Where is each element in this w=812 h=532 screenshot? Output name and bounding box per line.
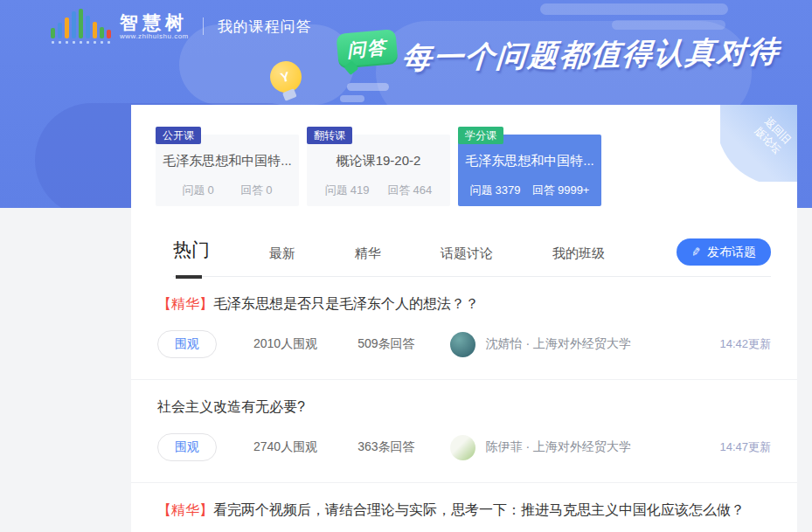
stripe-shape [340, 95, 364, 102]
question-title[interactable]: 社会主义改造有无必要? [157, 398, 771, 417]
course-stats: 问题0 回答0 [156, 183, 299, 198]
reply-count: 509条回答 [357, 336, 414, 352]
tab-hot[interactable]: 热门 [173, 238, 210, 262]
tab-topics[interactable]: 话题讨论 [441, 245, 493, 262]
reply-count: 363条回答 [357, 439, 414, 455]
question-count: 问题3379 [470, 183, 521, 198]
header-divider [203, 17, 204, 35]
course-type-badge: 学分课 [458, 127, 503, 144]
banner-slogan: 每一个问题都值得认真对待 [400, 31, 781, 79]
question-row: 社会主义改造有无必要? 围观 2740人围观 363条回答 陈伊菲 · 上海对外… [131, 380, 797, 483]
logo-bars-icon [51, 9, 111, 44]
stripe-shape [347, 83, 389, 91]
question-meta: 围观 2740人围观 363条回答 陈伊菲 · 上海对外经贸大学 14:47更新 [157, 433, 771, 461]
course-card-credit-selected[interactable]: 学分课 毛泽东思想和中国特... 问题3379 回答9999+ [458, 135, 601, 206]
answer-count: 回答9999+ [532, 183, 590, 198]
featured-tag: 【精华】 [157, 296, 213, 311]
main-content-card: 返回旧版论坛 公开课 毛泽东思想和中国特... 问题0 回答0 翻转课 概论课1… [131, 105, 797, 532]
course-type-badge: 翻转课 [307, 127, 352, 144]
question-count: 问题0 [183, 183, 214, 198]
page-title: 我的课程问答 [218, 17, 312, 37]
course-title: 毛泽东思想和中国特... [458, 153, 601, 169]
question-title[interactable]: 【精华】看完两个视频后，请结合理论与实际，思考一下：推进马克思主义中国化应该怎么… [157, 501, 771, 520]
watch-button[interactable]: 围观 [157, 330, 217, 358]
course-stats: 问题3379 回答9999+ [458, 183, 601, 198]
course-card-public[interactable]: 公开课 毛泽东思想和中国特... 问题0 回答0 [156, 135, 299, 206]
updated-time: 14:42更新 [719, 336, 771, 352]
brand-name: 智慧树 [120, 12, 189, 32]
zhihuishu-logo[interactable]: 智慧树 www.zhihuishu.com 我的课程问答 [51, 9, 312, 44]
pencil-icon: ✎ [691, 245, 702, 259]
author-school: 陈伊菲 · 上海对外经贸大学 [486, 439, 631, 455]
course-card-list: 公开课 毛泽东思想和中国特... 问题0 回答0 翻转课 概论课19-20-2 … [156, 135, 797, 206]
avatar[interactable] [450, 332, 475, 357]
question-list: 【精华】毛泽东思想是否只是毛泽东个人的想法？？ 围观 2010人围观 509条回… [131, 277, 797, 532]
avatar[interactable] [450, 435, 475, 460]
watcher-count: 2010人围观 [253, 336, 317, 352]
course-type-badge: 公开课 [156, 127, 201, 144]
question-title[interactable]: 【精华】毛泽东思想是否只是毛泽东个人的想法？？ [157, 295, 771, 314]
answer-count: 回答464 [387, 183, 432, 198]
answer-count: 回答0 [240, 183, 272, 198]
tab-featured[interactable]: 精华 [355, 245, 381, 262]
author-school: 沈婧怡 · 上海对外经贸大学 [486, 336, 631, 352]
course-stats: 问题419 回答464 [307, 183, 450, 198]
stripe-shape [612, 20, 725, 30]
stripe-shape [540, 3, 728, 15]
back-to-old-forum-ribbon[interactable]: 返回旧版论坛 [720, 105, 797, 182]
publish-topic-button[interactable]: ✎ 发布话题 [677, 238, 771, 266]
question-count: 问题419 [325, 183, 370, 198]
watcher-count: 2740人围观 [253, 439, 317, 455]
course-title: 概论课19-20-2 [307, 153, 450, 169]
course-title: 毛泽东思想和中国特... [156, 153, 299, 169]
updated-time: 14:47更新 [719, 439, 771, 455]
publish-topic-label: 发布话题 [707, 245, 756, 260]
course-card-flipped[interactable]: 翻转课 概论课19-20-2 问题419 回答464 [307, 135, 450, 206]
question-row: 【精华】看完两个视频后，请结合理论与实际，思考一下：推进马克思主义中国化应该怎么… [131, 483, 797, 532]
question-meta: 围观 2010人围观 509条回答 沈婧怡 · 上海对外经贸大学 14:42更新 [157, 330, 771, 358]
tab-my-class[interactable]: 我的班级 [552, 245, 605, 262]
tab-newest[interactable]: 最新 [269, 245, 295, 262]
qa-speech-bubble-badge: 问答 [336, 29, 398, 69]
watch-button[interactable]: 围观 [157, 433, 217, 461]
featured-tag: 【精华】 [157, 502, 213, 517]
brand-site-url: www.zhihuishu.com [120, 32, 189, 40]
question-row: 【精华】毛泽东思想是否只是毛泽东个人的想法？？ 围观 2010人围观 509条回… [131, 277, 797, 380]
brand-text: 智慧树 www.zhihuishu.com [120, 12, 189, 40]
